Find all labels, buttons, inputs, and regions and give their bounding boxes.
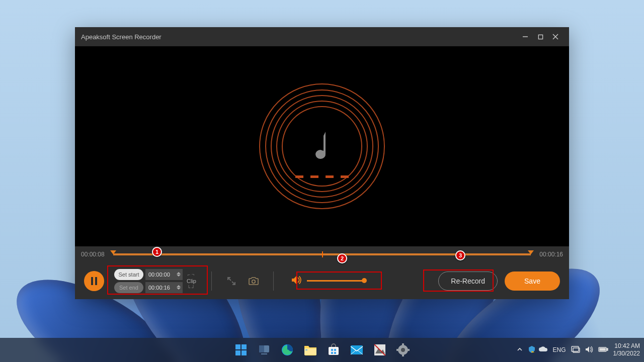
window-maximize-button[interactable] (533, 29, 548, 44)
mail-icon (350, 344, 364, 355)
callout-badge-2: 2 (337, 253, 347, 263)
task-view-button[interactable] (254, 340, 274, 360)
app-title: Apeaksoft Screen Recorder (81, 33, 162, 41)
callout-badge-1: 1 (152, 247, 162, 257)
svg-rect-35 (600, 348, 605, 350)
preview-area (75, 46, 569, 246)
app-button-1[interactable] (370, 340, 390, 360)
callout-badge-3: 3 (455, 250, 465, 260)
trim-end-marker-icon[interactable] (528, 250, 534, 254)
separator (211, 272, 212, 291)
svg-rect-16 (305, 349, 307, 350)
task-view-icon (258, 343, 271, 356)
start-button[interactable] (231, 340, 251, 360)
timeline-track[interactable] (113, 253, 531, 255)
svg-rect-5 (95, 277, 97, 285)
svg-rect-26 (402, 343, 404, 346)
svg-rect-21 (334, 352, 336, 354)
svg-rect-15 (304, 348, 316, 355)
language-indicator[interactable]: ENG (553, 346, 566, 353)
title-bar: Apeaksoft Screen Recorder (75, 27, 569, 46)
separator (273, 272, 274, 291)
svg-rect-17 (329, 347, 339, 355)
fullscreen-button[interactable] (224, 274, 239, 289)
expand-icon (226, 276, 236, 286)
store-button[interactable] (324, 340, 344, 360)
sound-icon[interactable] (585, 346, 593, 354)
gear-icon (396, 343, 410, 356)
system-tray: ! ENG 10:42 AM 1/30/2022 (517, 342, 640, 357)
volume-group (286, 272, 369, 290)
battery-icon[interactable] (598, 346, 608, 354)
svg-rect-8 (242, 344, 247, 349)
playhead[interactable] (322, 251, 323, 257)
trim-start-marker-icon[interactable] (110, 250, 116, 254)
tray-chevron-icon[interactable] (517, 346, 523, 354)
controls-row: Set start 00:00:00 Set end 00:00:16 ⌐ ¬ (75, 262, 569, 299)
re-record-button[interactable]: Re-Record (438, 272, 498, 291)
bracket-bottom-icon: └ ┘ (187, 285, 195, 290)
svg-rect-31 (572, 346, 579, 351)
svg-rect-20 (331, 352, 333, 354)
timeline-row: 00:00:08 00:00:16 (75, 246, 569, 262)
total-time-label: 00:00:16 (535, 251, 563, 258)
settings-button[interactable] (393, 340, 413, 360)
svg-point-6 (252, 280, 255, 283)
volume-thumb[interactable] (362, 278, 367, 283)
date-label: 1/30/2022 (613, 350, 640, 357)
save-button[interactable]: Save (505, 272, 560, 291)
spinner-icon[interactable] (177, 285, 181, 290)
svg-rect-13 (261, 353, 267, 354)
app-window: Apeaksoft Screen Recorder 00: (75, 27, 569, 299)
clip-label: Clip (187, 278, 196, 284)
svg-rect-1 (538, 35, 542, 39)
security-warning-icon[interactable]: ! (528, 345, 536, 355)
edge-button[interactable] (277, 340, 297, 360)
svg-rect-9 (235, 350, 240, 355)
set-end-button[interactable]: Set end (114, 282, 143, 293)
taskbar-pinned-apps (231, 340, 413, 360)
clip-controls-group: Set start 00:00:00 Set end 00:00:16 ⌐ ¬ (111, 267, 199, 295)
time-label: 10:42 AM (613, 342, 640, 350)
svg-rect-29 (407, 349, 410, 351)
svg-rect-27 (402, 354, 404, 356)
current-time-label: 00:00:08 (81, 251, 109, 258)
svg-text:!: ! (534, 350, 535, 353)
eq-bars-icon (295, 175, 349, 178)
svg-point-25 (401, 348, 405, 352)
windows-logo-icon (234, 343, 248, 356)
volume-slider[interactable] (307, 280, 364, 282)
store-icon (327, 343, 340, 356)
set-start-button[interactable]: Set start (114, 269, 143, 280)
pause-button[interactable] (84, 271, 104, 291)
svg-rect-4 (91, 277, 93, 285)
spinner-icon[interactable] (177, 272, 181, 277)
folder-icon (303, 344, 317, 356)
mail-button[interactable] (347, 340, 367, 360)
svg-rect-12 (259, 345, 264, 352)
pause-icon (91, 277, 98, 285)
bracket-top-icon: ⌐ ¬ (188, 272, 194, 277)
svg-rect-28 (396, 349, 399, 351)
window-minimize-button[interactable] (518, 29, 533, 44)
start-time-input[interactable]: 00:00:00 (145, 269, 183, 280)
audio-visualizer-icon (259, 83, 385, 209)
onedrive-icon[interactable] (539, 346, 548, 354)
svg-rect-10 (242, 350, 247, 355)
file-explorer-button[interactable] (300, 340, 320, 360)
end-time-input[interactable]: 00:00:16 (145, 282, 183, 293)
edge-icon (281, 343, 294, 356)
clock[interactable]: 10:42 AM 1/30/2022 (613, 342, 640, 357)
svg-rect-18 (331, 349, 333, 351)
taskbar: ! ENG 10:42 AM 1/30/2022 (0, 338, 644, 362)
screen-snip-icon[interactable] (571, 346, 580, 354)
music-note-icon (309, 129, 335, 164)
window-close-button[interactable] (548, 29, 563, 44)
svg-rect-7 (235, 344, 240, 349)
app-icon (373, 343, 386, 356)
camera-icon (248, 277, 259, 286)
snapshot-button[interactable] (246, 274, 261, 289)
svg-rect-19 (334, 349, 336, 351)
svg-rect-34 (607, 348, 608, 350)
volume-icon[interactable] (291, 275, 302, 287)
